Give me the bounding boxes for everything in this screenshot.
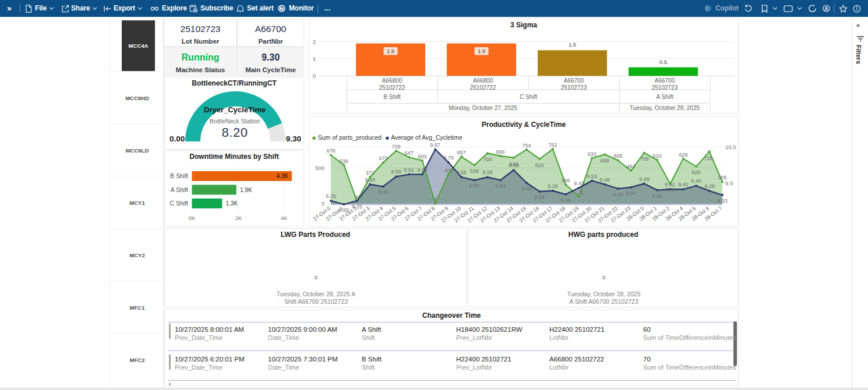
svg-text:4: 4 bbox=[433, 197, 436, 203]
svg-text:666: 666 bbox=[496, 149, 504, 155]
svg-text:B Shift: B Shift bbox=[170, 172, 188, 179]
svg-text:A66700: A66700 bbox=[655, 77, 675, 84]
svg-text:C Shift: C Shift bbox=[170, 200, 188, 207]
svg-text:0: 0 bbox=[322, 200, 324, 207]
svg-text:25102722: 25102722 bbox=[379, 84, 405, 91]
svg-text:266: 266 bbox=[561, 178, 570, 183]
svg-text:624: 624 bbox=[535, 162, 544, 168]
svg-text:9.54: 9.54 bbox=[495, 183, 506, 189]
svg-text:A66800: A66800 bbox=[473, 77, 493, 84]
svg-text:1.5: 1.5 bbox=[569, 41, 576, 48]
svg-text:520: 520 bbox=[691, 169, 700, 175]
svg-text:9.48: 9.48 bbox=[365, 177, 375, 183]
svg-text:B Shift: B Shift bbox=[383, 94, 401, 100]
svg-text:9.49: 9.49 bbox=[639, 176, 650, 182]
svg-text:A66700: A66700 bbox=[564, 77, 584, 84]
svg-text:628: 628 bbox=[679, 152, 687, 158]
svg-text:1.9: 1.9 bbox=[387, 48, 394, 54]
svg-text:9.97: 9.97 bbox=[430, 142, 440, 148]
svg-text:1: 1 bbox=[313, 55, 316, 62]
svg-text:2K: 2K bbox=[235, 215, 242, 221]
svg-text:2: 2 bbox=[313, 38, 316, 45]
svg-text:9.44: 9.44 bbox=[626, 190, 636, 196]
svg-text:678: 678 bbox=[326, 148, 335, 154]
svg-text:9.5: 9.5 bbox=[725, 180, 733, 186]
svg-text:657: 657 bbox=[457, 150, 465, 155]
svg-text:25102722: 25102722 bbox=[470, 84, 496, 91]
svg-text:739: 739 bbox=[391, 144, 400, 150]
svg-text:25102723: 25102723 bbox=[561, 84, 587, 91]
svg-text:0: 0 bbox=[313, 73, 316, 79]
svg-text:9.42: 9.42 bbox=[613, 192, 623, 197]
svg-text:25102723: 25102723 bbox=[652, 84, 678, 91]
svg-text:762: 762 bbox=[548, 142, 557, 148]
svg-text:4K: 4K bbox=[281, 215, 288, 221]
svg-text:728: 728 bbox=[704, 155, 712, 161]
svg-text:C Shift: C Shift bbox=[520, 94, 537, 100]
svg-text:1.9K: 1.9K bbox=[240, 187, 252, 193]
svg-text:305: 305 bbox=[718, 175, 726, 180]
svg-text:0K: 0K bbox=[189, 215, 196, 221]
svg-text:9.62: 9.62 bbox=[417, 167, 428, 173]
svg-text:9.59: 9.59 bbox=[391, 169, 401, 175]
svg-text:539: 539 bbox=[339, 158, 348, 164]
svg-text:9.53: 9.53 bbox=[587, 173, 597, 179]
svg-text:9.50: 9.50 bbox=[521, 186, 532, 192]
svg-text:704: 704 bbox=[483, 157, 492, 162]
svg-text:9.62: 9.62 bbox=[404, 167, 414, 173]
svg-text:9.58: 9.58 bbox=[456, 169, 467, 175]
svg-text:1.3K: 1.3K bbox=[226, 200, 238, 207]
svg-text:9.54: 9.54 bbox=[469, 183, 479, 189]
svg-text:A Shift: A Shift bbox=[171, 186, 188, 193]
svg-text:9.33: 9.33 bbox=[717, 198, 728, 204]
svg-text:9.48: 9.48 bbox=[599, 177, 610, 183]
svg-text:603: 603 bbox=[418, 154, 426, 159]
svg-text:9.39: 9.39 bbox=[548, 183, 558, 189]
svg-text:101: 101 bbox=[574, 190, 583, 196]
svg-text:709: 709 bbox=[640, 156, 648, 162]
svg-text:409: 409 bbox=[444, 168, 453, 173]
svg-text:539: 539 bbox=[470, 168, 478, 174]
svg-text:1.9: 1.9 bbox=[478, 48, 485, 54]
svg-text:A Shift: A Shift bbox=[657, 94, 673, 100]
svg-text:9.43: 9.43 bbox=[574, 180, 584, 186]
svg-text:605: 605 bbox=[613, 153, 622, 159]
svg-text:A66800: A66800 bbox=[382, 77, 403, 84]
svg-text:9.39: 9.39 bbox=[704, 183, 715, 189]
svg-text:0.5: 0.5 bbox=[659, 59, 667, 65]
svg-text:36: 36 bbox=[354, 194, 360, 200]
svg-text:610: 610 bbox=[652, 153, 661, 159]
svg-text:9.46: 9.46 bbox=[691, 178, 701, 184]
svg-text:278: 278 bbox=[665, 187, 674, 193]
svg-text:10.0: 10.0 bbox=[725, 144, 736, 150]
svg-text:500: 500 bbox=[315, 165, 324, 171]
svg-text:688: 688 bbox=[600, 158, 609, 164]
svg-text:9.58: 9.58 bbox=[482, 169, 493, 175]
svg-text:9.41: 9.41 bbox=[678, 182, 689, 187]
svg-text:647: 647 bbox=[404, 150, 413, 156]
svg-text:Monday, October 27, 2025: Monday, October 27, 2025 bbox=[449, 105, 517, 111]
svg-text:573: 573 bbox=[379, 155, 387, 161]
svg-text:9.40: 9.40 bbox=[652, 193, 662, 199]
svg-text:754: 754 bbox=[522, 143, 531, 148]
svg-text:462: 462 bbox=[626, 164, 635, 169]
svg-text:633: 633 bbox=[587, 151, 596, 157]
svg-text:9.38: 9.38 bbox=[534, 194, 545, 200]
svg-text:4.3K: 4.3K bbox=[276, 173, 288, 179]
svg-text:9.68: 9.68 bbox=[509, 162, 519, 168]
svg-text:9.79: 9.79 bbox=[443, 155, 454, 161]
svg-text:9.41: 9.41 bbox=[665, 182, 675, 187]
svg-text:Tuesday, October 28, 2025: Tuesday, October 28, 2025 bbox=[630, 105, 700, 111]
svg-text:9.34: 9.34 bbox=[560, 197, 571, 203]
svg-text:9.45: 9.45 bbox=[378, 189, 389, 195]
svg-text:372: 372 bbox=[365, 170, 374, 176]
svg-text:9.25: 9.25 bbox=[326, 193, 336, 199]
